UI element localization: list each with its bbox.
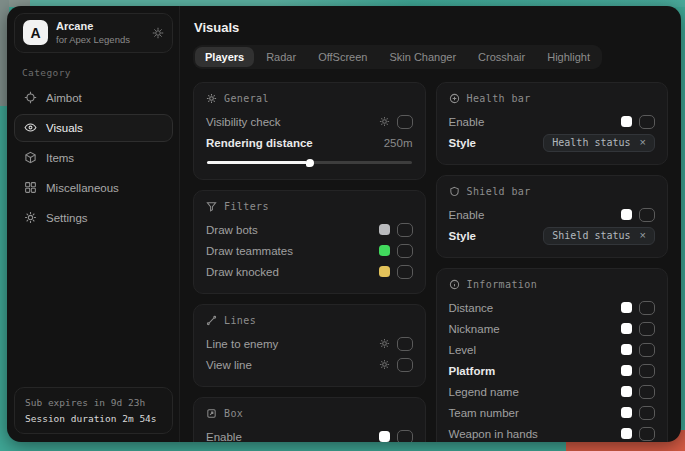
color-swatch[interactable] bbox=[621, 365, 632, 376]
panel-information: Information Distance Nickname bbox=[436, 268, 669, 442]
color-swatch[interactable] bbox=[621, 344, 632, 355]
row-settings-icon[interactable] bbox=[379, 116, 390, 127]
subscription-card: Sub expires in 9d 23h Session duration 2… bbox=[14, 387, 173, 434]
tab-players[interactable]: Players bbox=[195, 47, 254, 67]
tab-crosshair[interactable]: Crosshair bbox=[468, 47, 535, 67]
crosshair-icon bbox=[24, 91, 37, 104]
panel-general: General Visibility check Rendering dista… bbox=[193, 82, 426, 180]
color-swatch[interactable] bbox=[621, 386, 632, 397]
row-weapon-in-hands: Weapon in hands bbox=[449, 423, 656, 442]
sidebar-item-miscellaneous[interactable]: Miscellaneous bbox=[14, 174, 173, 202]
app-subtitle: for Apex Legends bbox=[56, 34, 144, 46]
sidebar: A Arcane for Apex Legends Category Aimbo… bbox=[7, 6, 180, 442]
color-swatch[interactable] bbox=[379, 245, 390, 256]
checkbox-level[interactable] bbox=[639, 343, 655, 357]
row-health-enable: Enable bbox=[449, 111, 656, 132]
row-label: Visibility check bbox=[206, 116, 281, 128]
row-shield-enable: Enable bbox=[449, 204, 656, 225]
panel-title: General bbox=[224, 93, 269, 104]
session-duration-text: Session duration 2m 54s bbox=[25, 413, 162, 424]
account-text: Arcane for Apex Legends bbox=[56, 20, 144, 46]
account-card[interactable]: A Arcane for Apex Legends bbox=[14, 13, 173, 53]
panel-header: Shield bar bbox=[449, 186, 656, 197]
color-swatch[interactable] bbox=[621, 209, 632, 220]
package-icon bbox=[24, 151, 37, 164]
color-swatch[interactable] bbox=[621, 116, 632, 127]
row-label: Distance bbox=[449, 302, 494, 314]
health-style-select[interactable]: Health status × bbox=[543, 134, 655, 152]
row-label: View line bbox=[206, 359, 252, 371]
checkbox-team-number[interactable] bbox=[639, 406, 655, 420]
panel-header: Filters bbox=[206, 201, 413, 212]
shield-icon bbox=[449, 186, 460, 197]
color-swatch[interactable] bbox=[621, 407, 632, 418]
color-swatch[interactable] bbox=[379, 224, 390, 235]
row-label: Weapon in hands bbox=[449, 428, 538, 440]
sidebar-item-items[interactable]: Items bbox=[14, 144, 173, 172]
shield-style-select[interactable]: Shield status × bbox=[543, 227, 655, 245]
checkbox-line-to-enemy[interactable] bbox=[397, 337, 413, 351]
color-swatch[interactable] bbox=[379, 266, 390, 277]
row-team-number: Team number bbox=[449, 402, 656, 423]
tab-offscreen[interactable]: OffScreen bbox=[308, 47, 377, 67]
chip-label: Health status bbox=[552, 137, 630, 148]
checkbox-visibility-check[interactable] bbox=[397, 115, 413, 129]
panel-title: Filters bbox=[224, 201, 269, 212]
sidebar-item-settings[interactable]: Settings bbox=[14, 204, 173, 232]
panel-filters: Filters Draw bots Draw teammates bbox=[193, 190, 426, 294]
panel-lines: Lines Line to enemy View line bbox=[193, 304, 426, 387]
row-line-to-enemy: Line to enemy bbox=[206, 333, 413, 354]
row-label: Level bbox=[449, 344, 477, 356]
sidebar-item-visuals[interactable]: Visuals bbox=[14, 114, 173, 142]
row-label: Draw teammates bbox=[206, 245, 293, 257]
tab-skin-changer[interactable]: Skin Changer bbox=[379, 47, 466, 67]
checkbox-weapon-in-hands[interactable] bbox=[639, 427, 655, 441]
panel-health-bar: Health bar Enable Style Health status bbox=[436, 82, 669, 165]
checkbox-shield-enable[interactable] bbox=[639, 208, 655, 222]
sidebar-nav: Aimbot Visuals Items Miscellaneous bbox=[14, 84, 173, 232]
left-column: General Visibility check Rendering dista… bbox=[193, 82, 426, 442]
color-swatch[interactable] bbox=[379, 431, 390, 442]
sidebar-item-aimbot[interactable]: Aimbot bbox=[14, 84, 173, 112]
category-label: Category bbox=[22, 67, 173, 78]
close-icon[interactable]: × bbox=[640, 230, 646, 241]
checkbox-view-line[interactable] bbox=[397, 358, 413, 372]
checkbox-draw-teammates[interactable] bbox=[397, 244, 413, 258]
color-swatch[interactable] bbox=[621, 428, 632, 439]
tab-highlight[interactable]: Highlight bbox=[537, 47, 600, 67]
checkbox-draw-knocked[interactable] bbox=[397, 265, 413, 279]
row-settings-icon[interactable] bbox=[379, 338, 390, 349]
row-draw-knocked: Draw knocked bbox=[206, 261, 413, 282]
eye-icon bbox=[24, 121, 37, 134]
row-label: Enable bbox=[449, 209, 485, 221]
close-icon[interactable]: × bbox=[640, 137, 646, 148]
tab-radar[interactable]: Radar bbox=[256, 47, 306, 67]
row-label: Enable bbox=[206, 431, 242, 443]
right-column: Health bar Enable Style Health status bbox=[436, 82, 669, 442]
account-settings-icon[interactable] bbox=[152, 27, 164, 39]
panel-columns: General Visibility check Rendering dista… bbox=[193, 82, 668, 442]
app-logo: A bbox=[23, 20, 48, 45]
row-settings-icon[interactable] bbox=[379, 359, 390, 370]
checkbox-distance[interactable] bbox=[639, 301, 655, 315]
checkbox-draw-bots[interactable] bbox=[397, 223, 413, 237]
info-icon bbox=[449, 279, 460, 290]
checkbox-health-enable[interactable] bbox=[639, 115, 655, 129]
checkbox-legend-name[interactable] bbox=[639, 385, 655, 399]
row-label: Nickname bbox=[449, 323, 500, 335]
panel-header: Information bbox=[449, 279, 656, 290]
gear-icon bbox=[24, 211, 37, 224]
color-swatch[interactable] bbox=[621, 302, 632, 313]
row-label: Platform bbox=[449, 365, 496, 377]
chip-label: Shield status bbox=[552, 230, 630, 241]
color-swatch[interactable] bbox=[621, 323, 632, 334]
rendering-distance-slider[interactable] bbox=[207, 161, 412, 164]
row-health-style: Style Health status × bbox=[449, 132, 656, 153]
checkbox-platform[interactable] bbox=[639, 364, 655, 378]
gear-icon bbox=[206, 93, 217, 104]
slider-fill bbox=[207, 161, 307, 164]
checkbox-nickname[interactable] bbox=[639, 322, 655, 336]
row-distance: Distance bbox=[449, 297, 656, 318]
checkbox-box-enable[interactable] bbox=[397, 430, 413, 443]
slider-handle[interactable] bbox=[306, 159, 314, 167]
